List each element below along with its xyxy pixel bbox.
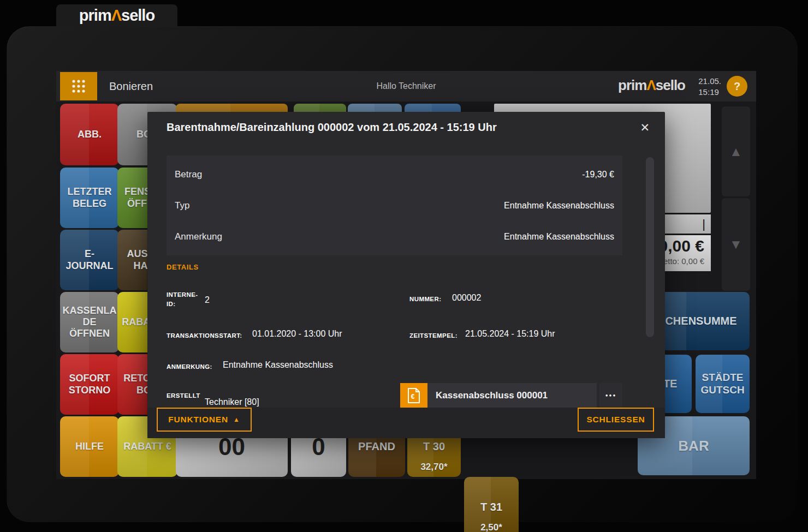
header-bar: Bonieren Hallo Techniker primΛsello 21.0… [56,71,756,101]
time-label: 15:19 [698,87,721,98]
table-label: T 31 [480,501,502,514]
field-row-typ: Typ Entnahme Kassenabschluss [175,200,614,211]
page-title: Bonieren [109,71,153,101]
details-heading: DETAILS [167,263,199,271]
cash-transaction-dialog: Barentnahme/Bareinzahlung 000002 vom 21.… [147,112,665,438]
detail-value-transaktionsstart: 01.01.2020 - 13:00 Uhr [252,329,342,339]
field-row-anmerkung: Anmerkung Entnahme Kassenabschluss [175,231,614,242]
grid-menu-icon [70,78,87,94]
sidebar-button-abb[interactable]: ABB. [60,104,119,165]
field-value: Entnahme Kassenabschluss [504,232,614,242]
arrow-down-icon: ▼ [729,237,742,252]
svg-text:€: € [411,393,415,401]
help-button[interactable]: ? [727,76,747,97]
funktionen-button[interactable]: FUNKTIONEN ▲ [157,408,252,432]
detail-value-anmerkung: Entnahme Kassenabschluss [223,360,333,370]
dialog-body: Betrag -19,30 € Typ Entnahme Kassenabsch… [147,147,665,408]
field-label: Betrag [175,169,202,180]
screen: primΛsello Bonieren Hallo Techniker prim… [0,0,808,532]
detail-label-interne-id: INTERNE-ID: [167,290,205,309]
detail-value-interne-id: 2 [205,295,210,305]
brand-tab: primΛsello [56,4,177,26]
detail-label-transaktionsstart: TRANSAKTIONSSTART: [167,331,242,340]
sidebar-button-sofort-storno[interactable]: SOFORT STORNO [60,354,119,415]
sidebar-button-kassenlade[interactable]: KASSENLADE ÖFFNEN [60,292,119,352]
summary-fields: Betrag -19,30 € Typ Entnahme Kassenabsch… [167,156,622,255]
table-amount: 32,70* [407,462,461,473]
header-logo-post: sello [656,77,685,93]
detail-label-erstellt: ERSTELLT [167,391,200,401]
field-value: -19,30 € [582,170,614,180]
detail-label-nummer: NUMMER: [409,295,441,304]
scroll-up-button[interactable]: ▲ [722,106,750,196]
brand-logo-pre: prim [79,7,111,24]
field-value: Entnahme Kassenabschluss [504,201,614,211]
brand-logo: primΛsello [79,7,155,25]
table-button-t31[interactable]: T 31 2,50* [464,477,519,532]
dialog-footer: FUNKTIONEN ▲ SCHLIESSEN [147,408,665,438]
scroll-down-button[interactable]: ▼ [722,198,750,291]
detail-label-anmerkung: ANMERKUNG: [167,362,212,372]
sidebar-button-hilfe[interactable]: HILFE [60,416,119,477]
table-label: T 30 [423,440,445,453]
dialog-scrollbar[interactable] [646,157,654,337]
staedte-gutschein-button[interactable]: STÄDTE GUTSCH [696,355,750,413]
funktionen-label: FUNKTIONEN [168,415,228,425]
detail-value-erstellt: Techniker [80] [205,397,259,407]
header-logo-pre: prim [618,77,646,93]
euro-document-icon: € [400,383,427,408]
datetime: 21.05. 15:19 [698,76,721,97]
field-label: Anmerkung [175,231,222,242]
brand-logo-post: sello [121,7,155,24]
ellipsis-icon: ●●● [605,393,617,398]
user-greeting: Hallo Techniker [376,71,436,101]
brand-logo-accent: Λ [111,7,121,24]
sidebar-button-e-journal[interactable]: E-JOURNAL [60,230,119,290]
detail-value-nummer: 000002 [452,293,481,303]
arrow-up-icon: ▲ [729,144,742,159]
schliessen-label: SCHLIESSEN [586,415,645,425]
linked-document-item[interactable]: Kassenabschluss 000001 [427,383,597,408]
header-brand-logo: primΛsello [618,77,685,94]
close-icon[interactable]: ✕ [638,119,652,136]
field-label: Typ [175,200,189,211]
field-row-betrag: Betrag -19,30 € [175,169,614,180]
text-cursor: | [702,217,705,231]
detail-value-zeitstempel: 21.05.2024 - 15:19 Uhr [465,329,555,339]
date-label: 21.05. [698,76,721,87]
dialog-title: Barentnahme/Bareinzahlung 000002 vom 21.… [167,121,497,134]
table-amount: 2,50* [464,522,519,532]
menu-button[interactable] [60,72,97,100]
header-logo-accent: Λ [646,77,655,93]
more-options-button[interactable]: ●●● [599,383,622,408]
sidebar-button-letzter-beleg[interactable]: LETZTER BELEG [60,168,119,228]
detail-label-zeitstempel: ZEITSTEMPEL: [409,331,458,340]
schliessen-button[interactable]: SCHLIESSEN [578,408,654,432]
chevron-up-icon: ▲ [233,416,240,423]
